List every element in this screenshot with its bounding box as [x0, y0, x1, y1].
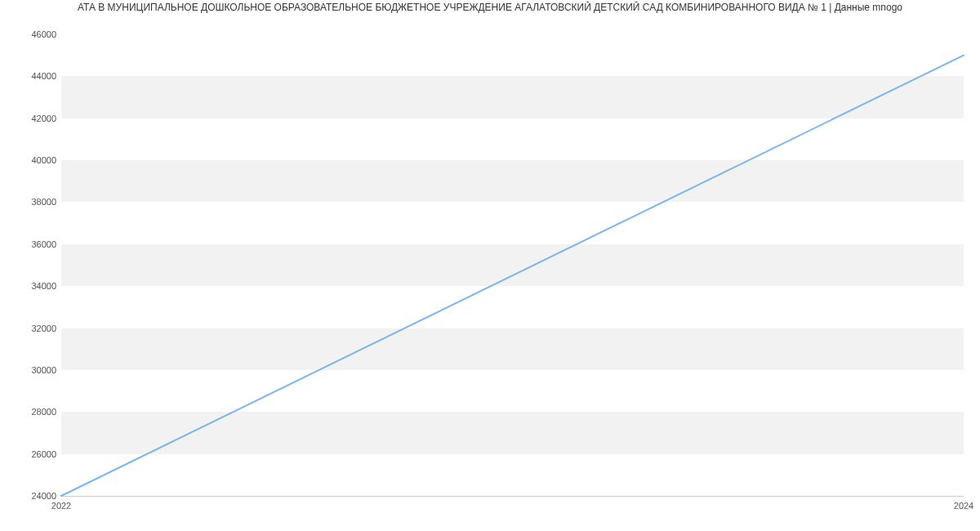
y-tick-label: 34000: [31, 281, 61, 291]
chart-series-line: [61, 56, 964, 496]
x-tick-label: 2022: [51, 496, 71, 511]
y-tick-label: 26000: [31, 449, 61, 459]
y-tick-label: 44000: [31, 71, 61, 81]
x-tick-label: 2024: [954, 496, 973, 511]
chart-plot-area: 2400026000280003000032000340003600038000…: [61, 34, 964, 497]
y-tick-label: 38000: [31, 197, 61, 207]
y-tick-label: 40000: [31, 155, 61, 165]
y-tick-label: 42000: [31, 114, 61, 123]
y-tick-label: 36000: [31, 239, 61, 249]
y-tick-label: 28000: [31, 407, 61, 417]
y-tick-label: 46000: [31, 29, 61, 39]
chart-title: АТА В МУНИЦИПАЛЬНОЕ ДОШКОЛЬНОЕ ОБРАЗОВАТ…: [0, 2, 980, 13]
chart-container: АТА В МУНИЦИПАЛЬНОЕ ДОШКОЛЬНОЕ ОБРАЗОВАТ…: [0, 0, 980, 531]
y-tick-label: 30000: [31, 365, 61, 375]
chart-line-layer: [61, 34, 964, 496]
y-tick-label: 32000: [31, 324, 61, 333]
